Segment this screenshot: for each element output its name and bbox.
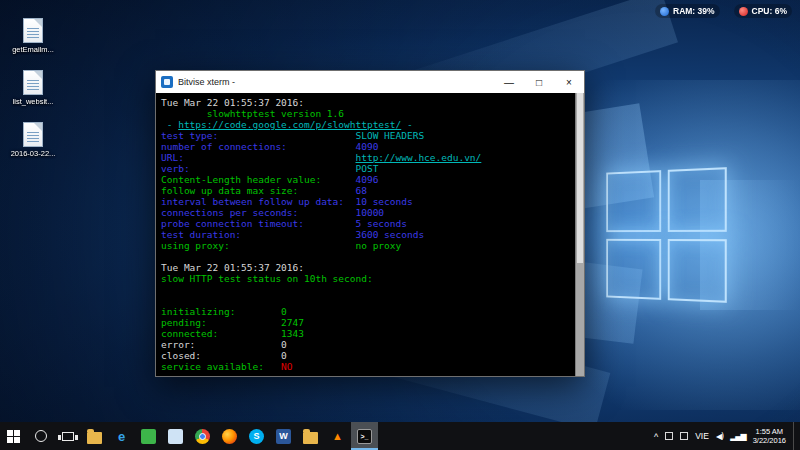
windows-logo-pane	[606, 170, 660, 231]
file-explorer-icon[interactable]	[81, 422, 108, 450]
desktop-icon-label: list_websit...	[13, 97, 54, 106]
clock-time: 1:55 AM	[753, 427, 786, 436]
terminal-line	[161, 284, 570, 295]
search-button[interactable]	[27, 422, 54, 450]
terminal-line: Tue Mar 22 01:55:37 2016:	[161, 97, 570, 108]
scrollbar-thumb[interactable]	[577, 93, 583, 263]
bitvise-xterm-icon[interactable]: >_	[351, 422, 378, 450]
photos-app-icon[interactable]	[162, 422, 189, 450]
terminal-line	[161, 295, 570, 306]
terminal-output[interactable]: Tue Mar 22 01:55:37 2016: slowhttptest v…	[156, 93, 584, 376]
pinned-apps: eSW▲>_	[81, 422, 378, 450]
tray-status-icon[interactable]	[680, 432, 688, 440]
network-icon[interactable]: ▂▄▆	[730, 432, 745, 441]
ram-monitor-label: RAM: 39%	[673, 6, 715, 16]
volume-icon[interactable]: ◀)	[716, 432, 723, 441]
file-icon	[23, 122, 43, 147]
terminal-line: error: 0	[161, 339, 570, 350]
taskbar: eSW▲>_ ^ VIE ◀) ▂▄▆ 1:55 AM 3/22/2016	[0, 422, 800, 450]
word-icon: W	[276, 429, 291, 444]
desktop-icon-list: getEmailm...list_websit...2016-03-22...	[2, 18, 64, 158]
terminal-line	[161, 251, 570, 262]
terminal-line: test duration: 3600 seconds	[161, 229, 570, 240]
windows-logo-pane	[667, 167, 726, 231]
ram-gauge-icon	[660, 7, 669, 16]
terminal-scrollbar[interactable]	[575, 93, 584, 376]
terminal-line: test type: SLOW HEADERS	[161, 130, 570, 141]
windows-logo-wallpaper	[606, 167, 726, 303]
terminal-line: closed: 0	[161, 350, 570, 361]
start-button[interactable]	[0, 422, 27, 450]
terminal-line: Content-Length header value: 4096	[161, 174, 570, 185]
bitvise-xterm-icon	[161, 76, 173, 88]
file-explorer-icon	[87, 432, 102, 444]
bitvise-xterm-window: Bitvise xterm - — □ × Tue Mar 22 01:55:3…	[155, 70, 585, 377]
cortana-search-icon	[35, 430, 47, 442]
tray-expand-icon[interactable]: ^	[654, 432, 658, 442]
desktop-icon-label: getEmailm...	[12, 45, 54, 54]
language-indicator[interactable]: VIE	[695, 431, 709, 441]
windows-logo-pane	[606, 238, 660, 299]
desktop-icon[interactable]: list_websit...	[3, 70, 63, 106]
windows-logo-pane	[667, 239, 726, 303]
folder-icon[interactable]	[297, 422, 324, 450]
skype-icon[interactable]: S	[243, 422, 270, 450]
firefox-icon	[222, 429, 237, 444]
desktop-icon[interactable]: 2016-03-22...	[3, 122, 63, 158]
clock-date: 3/22/2016	[753, 436, 786, 445]
desktop-icon[interactable]: getEmailm...	[3, 18, 63, 54]
taskbar-left: eSW▲>_	[0, 422, 378, 450]
terminal-line: verb: POST	[161, 163, 570, 174]
vlc-icon: ▲	[330, 429, 345, 444]
windows-start-icon	[7, 430, 20, 443]
desktop-icon-label: 2016-03-22...	[11, 149, 56, 158]
terminal-line: initializing: 0	[161, 306, 570, 317]
edge-icon[interactable]: e	[108, 422, 135, 450]
skype-icon: S	[249, 429, 264, 444]
bitvise-xterm-icon: >_	[357, 429, 372, 444]
vlc-icon[interactable]: ▲	[324, 422, 351, 450]
task-view-icon	[62, 432, 74, 441]
edge-icon: e	[114, 429, 129, 444]
close-button[interactable]: ×	[554, 71, 584, 93]
terminal-line: Tue Mar 22 01:55:37 2016:	[161, 262, 570, 273]
task-view-button[interactable]	[54, 422, 81, 450]
terminal-line: using proxy: no proxy	[161, 240, 570, 251]
ram-monitor: RAM: 39%	[655, 4, 720, 18]
show-desktop-button[interactable]	[793, 422, 798, 450]
window-controls: — □ ×	[494, 71, 584, 93]
terminal-line: slowhttptest version 1.6	[161, 108, 570, 119]
system-tray: ^ VIE ◀) ▂▄▆ 1:55 AM 3/22/2016	[654, 422, 800, 450]
cpu-gauge-icon	[739, 7, 748, 16]
terminal-line: interval between follow up data: 10 seco…	[161, 196, 570, 207]
terminal-line: connections per seconds: 10000	[161, 207, 570, 218]
terminal-line: service available: NO	[161, 361, 570, 372]
cpu-monitor-label: CPU: 6%	[752, 6, 787, 16]
minimize-button[interactable]: —	[494, 71, 524, 93]
terminal-line: number of connections: 4090	[161, 141, 570, 152]
terminal-line: pending: 2747	[161, 317, 570, 328]
terminal-line: follow up data max size: 68	[161, 185, 570, 196]
word-icon[interactable]: W	[270, 422, 297, 450]
terminal-line: - https://code.google.com/p/slowhttptest…	[161, 119, 570, 130]
terminal-line: connected: 1343	[161, 328, 570, 339]
green-app-icon[interactable]	[135, 422, 162, 450]
maximize-button[interactable]: □	[524, 71, 554, 93]
tray-status-icon[interactable]	[665, 432, 673, 440]
terminal-lines: Tue Mar 22 01:55:37 2016: slowhttptest v…	[161, 97, 570, 372]
window-titlebar[interactable]: Bitvise xterm - — □ ×	[156, 71, 584, 93]
terminal-line: probe connection timeout: 5 seconds	[161, 218, 570, 229]
firefox-icon[interactable]	[216, 422, 243, 450]
cpu-monitor: CPU: 6%	[734, 4, 792, 18]
folder-icon	[303, 432, 318, 444]
terminal-line: slow HTTP test status on 10th second:	[161, 273, 570, 284]
file-icon	[23, 70, 43, 95]
desktop: getEmailm...list_websit...2016-03-22... …	[0, 0, 800, 422]
green-app-icon	[141, 429, 156, 444]
chrome-icon[interactable]	[189, 422, 216, 450]
file-icon	[23, 18, 43, 43]
system-monitors: RAM: 39% CPU: 6%	[655, 4, 792, 18]
window-title: Bitvise xterm -	[178, 77, 494, 87]
clock[interactable]: 1:55 AM 3/22/2016	[753, 427, 786, 445]
chrome-icon	[195, 429, 210, 444]
